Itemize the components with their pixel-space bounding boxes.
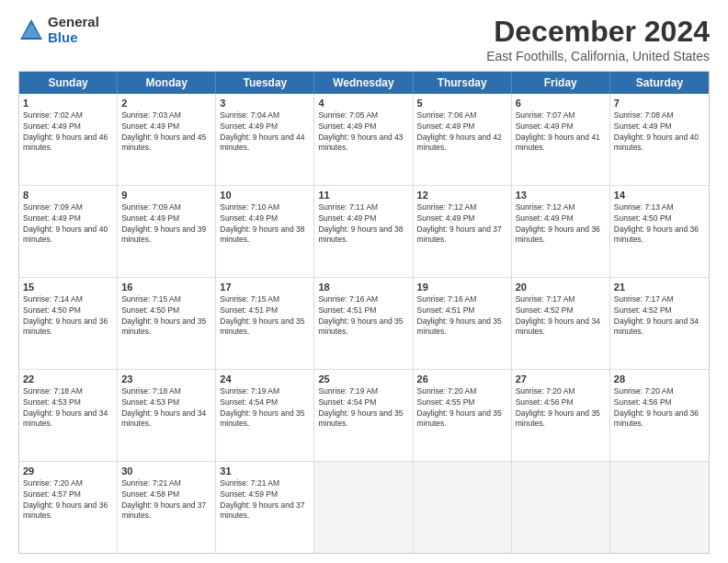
day-info: Sunrise: 7:21 AM Sunset: 4:58 PM Dayligh…: [121, 478, 206, 520]
day-info: Sunrise: 7:21 AM Sunset: 4:59 PM Dayligh…: [220, 478, 304, 520]
calendar-cell-23: 23Sunrise: 7:18 AM Sunset: 4:53 PM Dayli…: [118, 370, 216, 461]
calendar-cell-empty: [414, 462, 512, 553]
calendar-header-sunday: Sunday: [19, 72, 118, 94]
day-number: 9: [121, 189, 211, 201]
day-number: 16: [121, 281, 211, 293]
calendar-cell-3: 3Sunrise: 7:04 AM Sunset: 4:49 PM Daylig…: [216, 94, 314, 185]
calendar-cell-20: 20Sunrise: 7:17 AM Sunset: 4:52 PM Dayli…: [512, 278, 610, 369]
day-info: Sunrise: 7:19 AM Sunset: 4:54 PM Dayligh…: [220, 386, 304, 428]
day-number: 8: [23, 189, 113, 201]
day-info: Sunrise: 7:17 AM Sunset: 4:52 PM Dayligh…: [516, 294, 600, 336]
day-info: Sunrise: 7:06 AM Sunset: 4:49 PM Dayligh…: [417, 110, 502, 152]
day-info: Sunrise: 7:15 AM Sunset: 4:51 PM Dayligh…: [220, 294, 304, 336]
day-info: Sunrise: 7:08 AM Sunset: 4:49 PM Dayligh…: [614, 110, 699, 152]
calendar-cell-26: 26Sunrise: 7:20 AM Sunset: 4:55 PM Dayli…: [414, 370, 512, 461]
calendar-cell-28: 28Sunrise: 7:20 AM Sunset: 4:56 PM Dayli…: [610, 370, 709, 461]
calendar-row-1: 1Sunrise: 7:02 AM Sunset: 4:49 PM Daylig…: [19, 94, 709, 185]
calendar-cell-8: 8Sunrise: 7:09 AM Sunset: 4:49 PM Daylig…: [19, 186, 118, 277]
logo-blue: Blue: [48, 30, 99, 46]
calendar-cell-21: 21Sunrise: 7:17 AM Sunset: 4:52 PM Dayli…: [610, 278, 709, 369]
calendar-header-tuesday: Tuesday: [216, 72, 314, 94]
day-number: 23: [121, 373, 211, 385]
calendar-cell-19: 19Sunrise: 7:16 AM Sunset: 4:51 PM Dayli…: [414, 278, 512, 369]
calendar-row-5: 29Sunrise: 7:20 AM Sunset: 4:57 PM Dayli…: [19, 461, 709, 553]
calendar-cell-22: 22Sunrise: 7:18 AM Sunset: 4:53 PM Dayli…: [19, 370, 118, 461]
calendar-cell-4: 4Sunrise: 7:05 AM Sunset: 4:49 PM Daylig…: [314, 94, 413, 185]
day-number: 17: [220, 281, 310, 293]
calendar-cell-15: 15Sunrise: 7:14 AM Sunset: 4:50 PM Dayli…: [19, 278, 118, 369]
calendar-cell-1: 1Sunrise: 7:02 AM Sunset: 4:49 PM Daylig…: [19, 94, 118, 185]
calendar-cell-7: 7Sunrise: 7:08 AM Sunset: 4:49 PM Daylig…: [610, 94, 709, 185]
day-info: Sunrise: 7:09 AM Sunset: 4:49 PM Dayligh…: [121, 202, 206, 244]
day-number: 6: [516, 97, 606, 109]
day-info: Sunrise: 7:18 AM Sunset: 4:53 PM Dayligh…: [121, 386, 206, 428]
day-number: 26: [417, 373, 507, 385]
day-info: Sunrise: 7:14 AM Sunset: 4:50 PM Dayligh…: [23, 294, 108, 336]
subtitle: East Foothills, California, United State…: [486, 49, 710, 63]
day-info: Sunrise: 7:07 AM Sunset: 4:49 PM Dayligh…: [516, 110, 600, 152]
day-info: Sunrise: 7:03 AM Sunset: 4:49 PM Dayligh…: [121, 110, 206, 152]
logo: General Blue: [18, 15, 99, 45]
day-number: 5: [417, 97, 507, 109]
day-info: Sunrise: 7:09 AM Sunset: 4:49 PM Dayligh…: [23, 202, 108, 244]
calendar-row-3: 15Sunrise: 7:14 AM Sunset: 4:50 PM Dayli…: [19, 277, 709, 369]
calendar-row-4: 22Sunrise: 7:18 AM Sunset: 4:53 PM Dayli…: [19, 369, 709, 461]
day-info: Sunrise: 7:16 AM Sunset: 4:51 PM Dayligh…: [417, 294, 502, 336]
day-number: 22: [23, 373, 113, 385]
day-info: Sunrise: 7:04 AM Sunset: 4:49 PM Dayligh…: [220, 110, 304, 152]
logo-text: General Blue: [48, 15, 99, 45]
day-info: Sunrise: 7:12 AM Sunset: 4:49 PM Dayligh…: [417, 202, 502, 244]
calendar-cell-6: 6Sunrise: 7:07 AM Sunset: 4:49 PM Daylig…: [512, 94, 610, 185]
calendar-cell-10: 10Sunrise: 7:10 AM Sunset: 4:49 PM Dayli…: [216, 186, 314, 277]
day-info: Sunrise: 7:20 AM Sunset: 4:56 PM Dayligh…: [516, 386, 600, 428]
day-number: 21: [614, 281, 705, 293]
calendar-header-thursday: Thursday: [414, 72, 512, 94]
calendar-body: 1Sunrise: 7:02 AM Sunset: 4:49 PM Daylig…: [19, 94, 709, 553]
calendar-cell-empty: [512, 462, 610, 553]
title-area: December 2024 East Foothills, California…: [486, 15, 710, 63]
day-number: 27: [516, 373, 606, 385]
calendar-cell-5: 5Sunrise: 7:06 AM Sunset: 4:49 PM Daylig…: [414, 94, 512, 185]
day-number: 10: [220, 189, 310, 201]
calendar-cell-12: 12Sunrise: 7:12 AM Sunset: 4:49 PM Dayli…: [414, 186, 512, 277]
calendar-cell-18: 18Sunrise: 7:16 AM Sunset: 4:51 PM Dayli…: [314, 278, 413, 369]
day-number: 3: [220, 97, 310, 109]
calendar-cell-empty: [314, 462, 413, 553]
day-number: 14: [614, 189, 705, 201]
day-info: Sunrise: 7:12 AM Sunset: 4:49 PM Dayligh…: [516, 202, 600, 244]
main-title: December 2024: [486, 15, 710, 49]
logo-icon: [18, 17, 44, 43]
day-info: Sunrise: 7:17 AM Sunset: 4:52 PM Dayligh…: [614, 294, 699, 336]
day-info: Sunrise: 7:05 AM Sunset: 4:49 PM Dayligh…: [318, 110, 403, 152]
calendar-cell-24: 24Sunrise: 7:19 AM Sunset: 4:54 PM Dayli…: [216, 370, 314, 461]
logo-general: General: [48, 15, 99, 30]
day-info: Sunrise: 7:02 AM Sunset: 4:49 PM Dayligh…: [23, 110, 108, 152]
calendar-cell-11: 11Sunrise: 7:11 AM Sunset: 4:49 PM Dayli…: [314, 186, 413, 277]
day-number: 2: [121, 97, 211, 109]
day-number: 1: [23, 97, 113, 109]
calendar-row-2: 8Sunrise: 7:09 AM Sunset: 4:49 PM Daylig…: [19, 185, 709, 277]
calendar-header-wednesday: Wednesday: [314, 72, 413, 94]
calendar-header-saturday: Saturday: [610, 72, 709, 94]
calendar-cell-27: 27Sunrise: 7:20 AM Sunset: 4:56 PM Dayli…: [512, 370, 610, 461]
calendar-header-friday: Friday: [512, 72, 610, 94]
day-info: Sunrise: 7:16 AM Sunset: 4:51 PM Dayligh…: [318, 294, 403, 336]
day-number: 19: [417, 281, 507, 293]
calendar-cell-31: 31Sunrise: 7:21 AM Sunset: 4:59 PM Dayli…: [216, 462, 314, 553]
day-info: Sunrise: 7:20 AM Sunset: 4:56 PM Dayligh…: [614, 386, 699, 428]
calendar-header-monday: Monday: [118, 72, 216, 94]
day-number: 29: [23, 465, 113, 477]
day-number: 11: [318, 189, 408, 201]
day-number: 30: [121, 465, 211, 477]
calendar-cell-14: 14Sunrise: 7:13 AM Sunset: 4:50 PM Dayli…: [610, 186, 709, 277]
calendar-cell-13: 13Sunrise: 7:12 AM Sunset: 4:49 PM Dayli…: [512, 186, 610, 277]
calendar-header: SundayMondayTuesdayWednesdayThursdayFrid…: [19, 72, 709, 94]
calendar-cell-empty: [610, 462, 709, 553]
day-info: Sunrise: 7:20 AM Sunset: 4:57 PM Dayligh…: [23, 478, 108, 520]
day-number: 18: [318, 281, 408, 293]
day-number: 28: [614, 373, 705, 385]
day-info: Sunrise: 7:20 AM Sunset: 4:55 PM Dayligh…: [417, 386, 502, 428]
day-info: Sunrise: 7:18 AM Sunset: 4:53 PM Dayligh…: [23, 386, 108, 428]
day-number: 12: [417, 189, 507, 201]
svg-marker-1: [22, 23, 40, 38]
